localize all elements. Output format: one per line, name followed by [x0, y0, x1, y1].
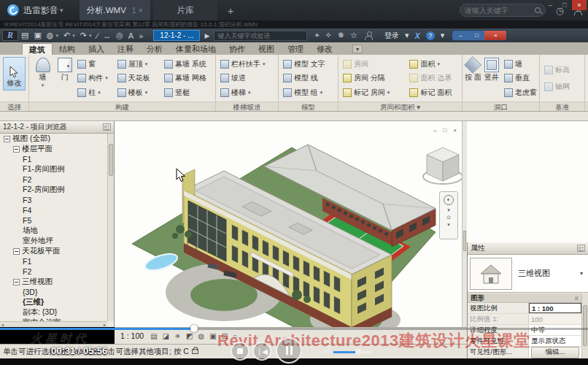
redo-icon[interactable]: ↷: [80, 31, 87, 40]
pause-button[interactable]: [276, 337, 302, 364]
tool-area[interactable]: 面积: [406, 57, 460, 71]
tree-item[interactable]: F5: [0, 215, 107, 226]
volume-handle[interactable]: [355, 349, 361, 355]
ribbon-collapse-button[interactable]: ▾: [352, 45, 363, 53]
caret-down-icon[interactable]: ▾: [89, 33, 92, 39]
minimize-button[interactable]: –: [543, 0, 557, 10]
tab-analyze[interactable]: 分析: [140, 43, 169, 55]
property-value[interactable]: 1 : 100: [529, 303, 581, 313]
tag-icon[interactable]: ◎: [116, 31, 123, 40]
property-value[interactable]: 编辑...: [529, 347, 581, 357]
tab-massing-site[interactable]: 体量和场地: [169, 43, 223, 55]
tool-wall[interactable]: 墙: [31, 55, 55, 101]
snapshot-icon[interactable]: [307, 347, 317, 355]
tool-wall-opening[interactable]: 墙: [501, 57, 538, 71]
tool-railing[interactable]: 栏杆扶手: [217, 57, 276, 71]
tree-item[interactable]: 场地: [0, 226, 107, 236]
view-restore-icon[interactable]: □: [443, 127, 446, 134]
tab-structure[interactable]: 结构: [53, 43, 82, 55]
property-value[interactable]: 100: [529, 314, 581, 324]
seek-bar[interactable]: [0, 326, 588, 331]
tab-video[interactable]: 分析.WMV 1 ×: [80, 0, 150, 20]
view-scale[interactable]: 1 : 100: [120, 331, 144, 340]
caret-down-icon[interactable]: ▾: [405, 31, 409, 40]
property-edit-button[interactable]: 编辑...: [531, 347, 579, 357]
tool-room-separator[interactable]: 房间 分隔: [340, 72, 406, 85]
tab-annotate[interactable]: 注释: [111, 43, 140, 55]
modify-button[interactable]: 修改: [3, 57, 26, 91]
open-icon[interactable]: ▤: [21, 31, 28, 40]
player-search-input[interactable]: [465, 7, 535, 15]
tool-component[interactable]: 构件: [74, 72, 114, 85]
sun-path-icon[interactable]: ☀: [174, 332, 181, 340]
panel-opening-label[interactable]: 洞口: [463, 101, 539, 111]
tool-mullion[interactable]: 竖梃: [161, 85, 214, 99]
tool-floor[interactable]: 楼板: [115, 85, 161, 99]
scrollbar-thumb[interactable]: [109, 144, 113, 176]
exchange-apps-icon[interactable]: X: [414, 31, 419, 40]
panel-datum-label[interactable]: 基准: [540, 101, 584, 111]
navigation-bar[interactable]: ▾ ⊙ ▾: [439, 191, 458, 239]
view-close-icon[interactable]: ×: [453, 127, 457, 134]
tree-item[interactable]: F2: [0, 266, 107, 277]
tab-modify[interactable]: 修改: [310, 43, 339, 55]
signin-person-icon[interactable]: [365, 31, 373, 39]
view-minimize-icon[interactable]: –: [433, 127, 436, 134]
tree-expander-icon[interactable]: [4, 136, 10, 142]
revit-close-button[interactable]: ×: [484, 31, 506, 40]
panel-room-area-label[interactable]: 房间和面积 ▾: [339, 101, 462, 111]
tree-expander-icon[interactable]: [13, 146, 20, 153]
project-browser-titlebar[interactable]: 12-1-2 - 项目浏览器 ◱: [0, 121, 114, 134]
tool-ceiling[interactable]: 天花板: [115, 72, 161, 85]
tab-collaborate[interactable]: 协作: [223, 43, 252, 55]
tool-tag-room[interactable]: 标记 房间: [340, 85, 406, 99]
caret-down-icon[interactable]: ▾: [580, 270, 583, 277]
zoom-icon[interactable]: ⊙: [446, 215, 451, 220]
tool-model-group[interactable]: 模型 组: [280, 85, 336, 99]
panel-options-icon[interactable]: ◱: [103, 123, 111, 131]
tool-roof[interactable]: 屋顶: [115, 57, 161, 71]
properties-titlebar[interactable]: 属性 ◱: [468, 242, 588, 255]
tab-manage[interactable]: 管理: [281, 43, 310, 55]
undo-icon[interactable]: ↶: [63, 31, 70, 40]
text-icon[interactable]: A: [128, 31, 134, 40]
communication-icon[interactable]: ✵: [338, 31, 344, 40]
property-section[interactable]: 图形: [468, 293, 581, 303]
infocenter-search-input[interactable]: [217, 32, 303, 39]
caret-down-icon[interactable]: ▾: [55, 33, 58, 39]
caret-down-icon[interactable]: ▾: [72, 33, 75, 39]
favorites-star-icon[interactable]: ☆: [350, 31, 357, 40]
revit-minimize-button[interactable]: –: [452, 31, 468, 40]
tool-shaft[interactable]: 竖井: [482, 55, 501, 101]
caret-down-icon[interactable]: ▾: [441, 31, 445, 40]
tool-model-text[interactable]: 模型 文字: [280, 57, 336, 71]
shadows-icon[interactable]: ◩: [186, 332, 193, 340]
detail-level-icon[interactable]: ▤: [150, 332, 157, 340]
render-icon[interactable]: ◍: [47, 31, 54, 40]
crop-view-icon[interactable]: ▣: [209, 332, 216, 340]
panel-stairs-label[interactable]: 楼梯坡道: [216, 101, 278, 111]
infocenter-search-box[interactable]: [214, 31, 307, 41]
property-value[interactable]: 显示原状态: [529, 336, 581, 346]
signin-label[interactable]: 登录: [384, 31, 399, 41]
tree-item[interactable]: F1: [0, 256, 107, 266]
tool-ramp[interactable]: 坡道: [217, 72, 276, 85]
tool-tag-area[interactable]: 标记 面积: [406, 85, 460, 99]
viewport-scrollbar[interactable]: [462, 121, 467, 327]
seek-handle[interactable]: [190, 325, 198, 332]
panel-workplane-label[interactable]: 工作平面: [585, 101, 588, 111]
qat-more-icon[interactable]: »: [139, 31, 143, 40]
help-icon[interactable]: ?: [426, 31, 435, 40]
scrollbar-thumb[interactable]: [463, 231, 466, 251]
drawing-area[interactable]: – □ × ▾ ⊙ ▾: [115, 121, 467, 327]
tree-item[interactable]: F1-房间图例: [0, 164, 107, 174]
tool-opening-by-face[interactable]: 按 面: [464, 55, 482, 101]
revit-restore-button[interactable]: □: [468, 31, 484, 40]
tool-model-line[interactable]: 模型 线: [280, 72, 336, 85]
tree-item[interactable]: {三维}: [0, 297, 107, 307]
tab-close-icon[interactable]: ×: [138, 6, 142, 15]
search-icon[interactable]: [535, 7, 541, 13]
tree-item[interactable]: 三维视图: [0, 277, 107, 287]
measure-icon[interactable]: ∕: [96, 31, 98, 40]
tree-item[interactable]: F1: [0, 154, 107, 164]
